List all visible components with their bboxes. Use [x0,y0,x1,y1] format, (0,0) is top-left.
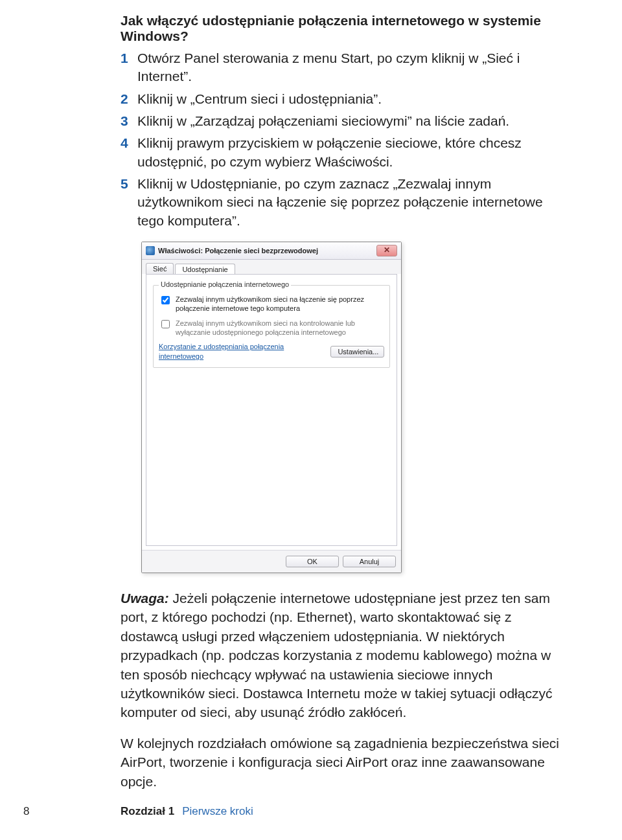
step-item: 2Kliknij w „Centrum sieci i udostępniani… [121,90,564,108]
page-number: 8 [23,805,121,818]
chapter-label: Rozdział 1 [121,805,174,818]
group-legend: Udostępnianie połączenia internetowego [159,280,291,288]
help-link[interactable]: Korzystanie z udostępniania połączenia i… [159,342,324,361]
checkbox-allow-connect-label: Zezwalaj innym użytkownikom sieci na łąc… [176,295,384,313]
step-text: Otwórz Panel sterowania z menu Start, po… [137,49,564,86]
note-body: Jeżeli połączenie internetowe udostępnia… [121,591,552,720]
step-item: 1Otwórz Panel sterowania z menu Start, p… [121,49,564,86]
step-number: 3 [121,112,137,130]
tab-sharing[interactable]: Udostępnianie [175,264,235,275]
properties-dialog: Właściwości: Połączenie sieci bezprzewod… [141,242,402,573]
checkbox-allow-control-box[interactable] [161,320,170,328]
network-icon [146,246,155,255]
chapter-name: Pierwsze kroki [182,805,253,818]
step-number: 5 [121,175,137,230]
step-item: 5Kliknij w Udostępnianie, po czym zaznac… [121,175,564,230]
step-number: 4 [121,134,137,171]
section-heading: Jak włączyć udostępnianie połączenia int… [121,13,564,44]
step-number: 2 [121,90,137,108]
note-paragraph: Uwaga: Jeżeli połączenie internetowe udo… [121,589,564,722]
checkbox-allow-connect[interactable]: Zezwalaj innym użytkownikom sieci na łąc… [159,295,384,313]
step-item: 3Kliknij w „Zarządzaj połączeniami sieci… [121,112,564,130]
step-text: Kliknij w „Zarządzaj połączeniami siecio… [137,112,564,130]
dialog-title: Właściwości: Połączenie sieci bezprzewod… [158,247,318,255]
sharing-panel: Udostępnianie połączenia internetowego Z… [146,274,397,546]
dialog-button-row: OK Anuluj [142,550,401,573]
checkbox-allow-connect-box[interactable] [161,296,170,304]
tab-strip: Sieć Udostępnianie [142,260,401,274]
page-footer: 8 Rozdział 1 Pierwsze kroki [0,805,253,818]
cancel-button[interactable]: Anuluj [343,556,396,567]
checkbox-allow-control[interactable]: Zezwalaj innym użytkownikom sieci na kon… [159,319,384,337]
tab-network[interactable]: Sieć [146,263,174,274]
checkbox-allow-control-label: Zezwalaj innym użytkownikom sieci na kon… [176,319,384,337]
settings-button[interactable]: Ustawienia... [330,346,384,358]
dialog-screenshot: Właściwości: Połączenie sieci bezprzewod… [141,242,564,573]
close-button[interactable]: ✕ [376,245,397,256]
sharing-group: Udostępnianie połączenia internetowego Z… [153,285,390,368]
step-list: 1Otwórz Panel sterowania z menu Start, p… [121,49,564,230]
step-text: Kliknij w Udostępnianie, po czym zaznacz… [137,175,564,230]
step-text: Kliknij prawym przyciskiem w połączenie … [137,134,564,171]
titlebar: Właściwości: Połączenie sieci bezprzewod… [142,242,401,260]
note-label: Uwaga: [121,591,169,606]
step-item: 4Kliknij prawym przyciskiem w połączenie… [121,134,564,171]
closing-paragraph: W kolejnych rozdziałach omówione są zaga… [121,734,564,791]
step-number: 1 [121,49,137,86]
ok-button[interactable]: OK [286,556,339,567]
step-text: Kliknij w „Centrum sieci i udostępniania… [137,90,564,108]
